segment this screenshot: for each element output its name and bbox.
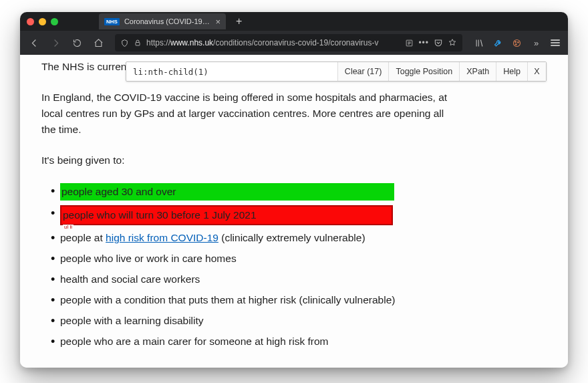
list-item[interactable]: health and social care workers	[51, 271, 448, 287]
selector-gadget-toggle-button[interactable]: Toggle Position	[388, 62, 459, 81]
list-item[interactable]: people with a learning disability	[51, 313, 448, 329]
nhs-favicon: NHS	[104, 18, 120, 25]
selector-gadget-ext-button[interactable]	[489, 34, 506, 51]
selector-gadget-clear-button[interactable]: Clear (17)	[337, 62, 389, 81]
highlight-selected: people aged 30 and over	[60, 183, 394, 201]
high-risk-link[interactable]: high risk from COVID-19	[106, 232, 218, 243]
selector-gadget-xpath-button[interactable]: XPath	[459, 62, 496, 81]
paragraph: It's being given to:	[41, 152, 448, 168]
toolbar-right-icons: »	[470, 34, 563, 51]
overflow-button[interactable]: »	[527, 34, 544, 51]
paragraph: In England, the COVID-19 vaccine is bein…	[41, 90, 448, 138]
minimize-window-dot[interactable]	[39, 18, 46, 25]
lock-icon	[134, 39, 142, 47]
list-item[interactable]: people who will turn 30 before 1 July 20…	[51, 205, 448, 225]
arrow-right-icon	[51, 38, 61, 48]
bookmark-star-icon[interactable]	[448, 38, 457, 47]
hamburger-icon	[551, 39, 560, 46]
close-window-dot[interactable]	[27, 18, 34, 25]
url-text: https://www.nhs.uk/conditions/coronaviru…	[146, 38, 400, 47]
svg-rect-0	[136, 43, 140, 46]
svg-point-4	[517, 41, 519, 43]
selector-gadget-bar: Clear (17) Toggle Position XPath Help X	[126, 61, 547, 82]
highlight-rejected: people who will turn 30 before 1 July 20…	[60, 205, 393, 225]
page-viewport: Clear (17) Toggle Position XPath Help X …	[20, 55, 568, 368]
eligibility-list: people aged 30 and over people who will …	[41, 183, 448, 350]
browser-tab[interactable]: NHS Coronavirus (COVID-19) vaccin ×	[99, 13, 226, 29]
reload-icon	[72, 38, 82, 48]
reader-mode-icon[interactable]	[405, 39, 414, 47]
wrench-icon	[493, 38, 503, 48]
arrow-left-icon	[29, 38, 39, 48]
svg-point-3	[514, 41, 516, 42]
library-icon	[474, 38, 484, 48]
list-item[interactable]: people with a condition that puts them a…	[51, 292, 448, 308]
palette-icon	[512, 38, 522, 48]
library-button[interactable]	[470, 34, 488, 51]
browser-window: NHS Coronavirus (COVID-19) vaccin × + ht…	[20, 12, 568, 368]
more-icon[interactable]: •••	[418, 38, 429, 47]
window-titlebar: NHS Coronavirus (COVID-19) vaccin × +	[20, 12, 568, 31]
reload-button[interactable]	[68, 34, 86, 51]
maximize-window-dot[interactable]	[51, 18, 58, 25]
list-item[interactable]: people who are a main carer for someone …	[51, 334, 448, 350]
shield-icon	[120, 39, 129, 47]
selector-gadget-close-button[interactable]: X	[527, 62, 546, 81]
selector-gadget-input[interactable]	[126, 67, 337, 77]
list-item[interactable]: people aged 30 and over	[51, 183, 448, 201]
svg-point-2	[513, 39, 520, 46]
list-item[interactable]: people who live or work in care homes	[51, 251, 448, 267]
article-content: The NHS is currently offering the COVID-…	[20, 55, 474, 368]
browser-toolbar: https://www.nhs.uk/conditions/coronaviru…	[20, 31, 568, 55]
app-menu-button[interactable]	[545, 34, 563, 51]
pocket-icon[interactable]	[434, 38, 443, 47]
close-tab-icon[interactable]: ×	[215, 17, 220, 27]
extension-button[interactable]	[508, 34, 525, 51]
forward-button[interactable]	[47, 34, 64, 51]
back-button[interactable]	[25, 34, 43, 51]
tab-title: Coronavirus (COVID-19) vaccin	[124, 17, 211, 25]
svg-point-5	[515, 43, 517, 45]
new-tab-button[interactable]: +	[236, 15, 242, 27]
chevrons-icon: »	[534, 38, 537, 48]
url-bar[interactable]: https://www.nhs.uk/conditions/coronaviru…	[115, 34, 462, 51]
home-button[interactable]	[90, 34, 107, 51]
home-icon	[94, 38, 104, 48]
list-item[interactable]: people at high risk from COVID-19 (clini…	[51, 230, 448, 246]
selector-tag-label: ul li	[63, 225, 74, 230]
selector-gadget-help-button[interactable]: Help	[496, 62, 527, 81]
